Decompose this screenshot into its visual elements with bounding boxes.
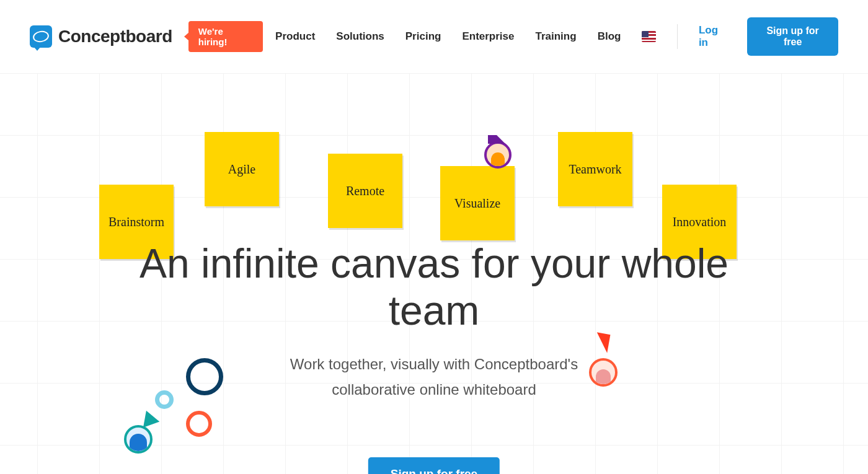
- nav-divider: [677, 24, 678, 49]
- collaborator-cursor-teal-icon: [138, 408, 160, 428]
- sticky-note-visualize[interactable]: Visualize: [440, 166, 515, 240]
- navy-ring-icon: [186, 358, 223, 395]
- sticky-note-agile[interactable]: Agile: [205, 132, 279, 206]
- sticky-note-remote[interactable]: Remote: [328, 154, 402, 228]
- hiring-badge[interactable]: We're hiring!: [188, 21, 263, 52]
- site-header: Conceptboard We're hiring! Product Solut…: [0, 0, 868, 73]
- collaborator-cursor-purple-icon: [484, 135, 512, 169]
- hero-subhead: Work together, visually with Conceptboar…: [248, 352, 620, 403]
- hero-canvas: Brainstorm Agile Remote Visualize Teamwo…: [0, 73, 868, 474]
- nav-enterprise[interactable]: Enterprise: [462, 30, 514, 43]
- light-blue-ring-icon: [155, 390, 174, 409]
- decorative-circles-group-icon: [124, 352, 248, 463]
- logo-speech-bubble-icon: [30, 25, 52, 48]
- brand-logo[interactable]: Conceptboard: [30, 25, 172, 48]
- nav-pricing[interactable]: Pricing: [405, 30, 441, 43]
- nav-product[interactable]: Product: [275, 30, 315, 43]
- nav-solutions[interactable]: Solutions: [336, 30, 384, 43]
- signup-button-hero[interactable]: Sign up for free: [368, 457, 500, 474]
- nav-blog[interactable]: Blog: [598, 30, 621, 43]
- hero-headline: An infinite canvas for your whole team: [93, 240, 775, 335]
- nav-training[interactable]: Training: [536, 30, 577, 43]
- collaborator-cursor-orange-icon: [594, 332, 611, 353]
- main-nav: Product Solutions Pricing Enterprise Tra…: [275, 17, 838, 56]
- locale-flag-icon[interactable]: [642, 31, 656, 42]
- signup-button-header[interactable]: Sign up for free: [747, 17, 838, 56]
- orange-ring-icon: [186, 411, 212, 437]
- sticky-note-teamwork[interactable]: Teamwork: [558, 132, 632, 206]
- collaborator-avatar-teal-icon: [124, 425, 153, 454]
- brand-name: Conceptboard: [58, 27, 172, 46]
- login-link[interactable]: Log in: [699, 24, 726, 49]
